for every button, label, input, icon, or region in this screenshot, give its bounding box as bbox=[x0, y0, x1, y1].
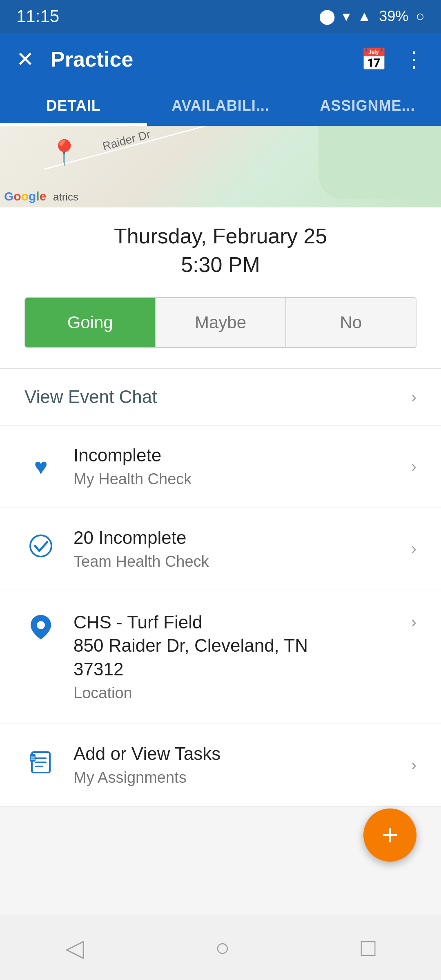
tasks-subtitle: My Assignments bbox=[74, 768, 395, 788]
more-options-icon[interactable]: ⋮ bbox=[403, 47, 425, 71]
status-bar: 11:15 ⬤ ▾ ▲ 39% ○ bbox=[0, 0, 441, 33]
location-chevron-icon: › bbox=[411, 613, 416, 631]
tasks-chevron-icon: › bbox=[411, 756, 416, 774]
tab-assignments[interactable]: ASSIGNME... bbox=[294, 86, 441, 126]
bluetooth-icon: ⬤ bbox=[319, 8, 335, 25]
view-event-chat-row[interactable]: View Event Chat › bbox=[0, 369, 441, 425]
wifi-icon: ▾ bbox=[343, 8, 350, 25]
svg-rect-6 bbox=[30, 754, 36, 762]
back-nav-icon[interactable]: ◁ bbox=[65, 933, 84, 962]
svg-point-0 bbox=[30, 535, 51, 557]
road-label: Raider Dr bbox=[101, 128, 152, 153]
tasks-title: Add or View Tasks bbox=[74, 742, 395, 765]
check-circle-icon bbox=[24, 534, 57, 564]
team-health-label: Team Health Check bbox=[74, 552, 395, 572]
location-pin-icon bbox=[24, 613, 57, 647]
list-item-team-health-check[interactable]: 20 Incomplete Team Health Check › bbox=[0, 508, 441, 590]
signal-icon: ▲ bbox=[357, 8, 372, 25]
svg-point-1 bbox=[37, 621, 45, 629]
heart-icon: ♥ bbox=[24, 453, 57, 480]
battery-icon: ○ bbox=[416, 8, 425, 25]
event-datetime: Thursday, February 25 5:30 PM bbox=[0, 207, 441, 297]
location-address2: 37312 bbox=[74, 657, 395, 681]
location-address1: 850 Raider Dr, Cleveland, TN bbox=[74, 634, 395, 657]
health-check-label: My Health Check bbox=[74, 469, 395, 489]
rsvp-maybe-button[interactable]: Maybe bbox=[155, 298, 285, 347]
battery-text: 39% bbox=[379, 8, 408, 25]
google-logo: Google bbox=[4, 189, 46, 203]
fab-add-button[interactable]: + bbox=[363, 808, 416, 862]
tasks-icon bbox=[24, 750, 57, 780]
calendar-icon[interactable]: 📅 bbox=[361, 47, 387, 72]
tab-availability[interactable]: AVAILABILI... bbox=[147, 86, 294, 126]
location-label: Location bbox=[74, 683, 395, 703]
bottom-nav: ◁ ○ □ bbox=[0, 915, 441, 980]
close-icon[interactable]: ✕ bbox=[16, 47, 34, 71]
home-nav-icon[interactable]: ○ bbox=[215, 933, 230, 962]
team-health-status: 20 Incomplete bbox=[74, 526, 395, 549]
rsvp-buttons: Going Maybe No bbox=[24, 297, 416, 348]
status-time: 11:15 bbox=[16, 7, 59, 26]
tabs-bar: DETAIL AVAILABILI... ASSIGNME... bbox=[0, 86, 441, 126]
tab-detail[interactable]: DETAIL bbox=[0, 86, 147, 126]
chat-chevron-icon: › bbox=[411, 388, 416, 406]
recent-nav-icon[interactable]: □ bbox=[361, 933, 376, 962]
app-bar: ✕ Practice 📅 ⋮ bbox=[0, 33, 441, 86]
status-icons: ⬤ ▾ ▲ 39% ○ bbox=[319, 8, 425, 25]
map-preview[interactable]: Raider Dr 📍 Google atrics bbox=[0, 126, 441, 207]
list-item-my-health-check[interactable]: ♥ Incomplete My Health Check › bbox=[0, 425, 441, 508]
health-check-chevron-icon: › bbox=[411, 457, 416, 476]
rsvp-going-button[interactable]: Going bbox=[25, 298, 155, 347]
map-pin-icon: 📍 bbox=[49, 138, 80, 167]
rsvp-no-button[interactable]: No bbox=[285, 298, 416, 347]
app-bar-title: Practice bbox=[51, 47, 344, 71]
list-item-location[interactable]: CHS - Turf Field 850 Raider Dr, Clevelan… bbox=[0, 590, 441, 724]
team-health-chevron-icon: › bbox=[411, 539, 416, 558]
event-time: 5:30 PM bbox=[0, 252, 441, 277]
main-content: Thursday, February 25 5:30 PM Going Mayb… bbox=[0, 207, 441, 806]
location-name: CHS - Turf Field bbox=[74, 610, 395, 634]
chat-label: View Event Chat bbox=[24, 387, 411, 407]
list-item-tasks[interactable]: Add or View Tasks My Assignments › bbox=[0, 724, 441, 806]
map-attribution: atrics bbox=[53, 191, 78, 203]
health-check-status: Incomplete bbox=[74, 443, 395, 467]
event-date: Thursday, February 25 bbox=[0, 224, 441, 248]
